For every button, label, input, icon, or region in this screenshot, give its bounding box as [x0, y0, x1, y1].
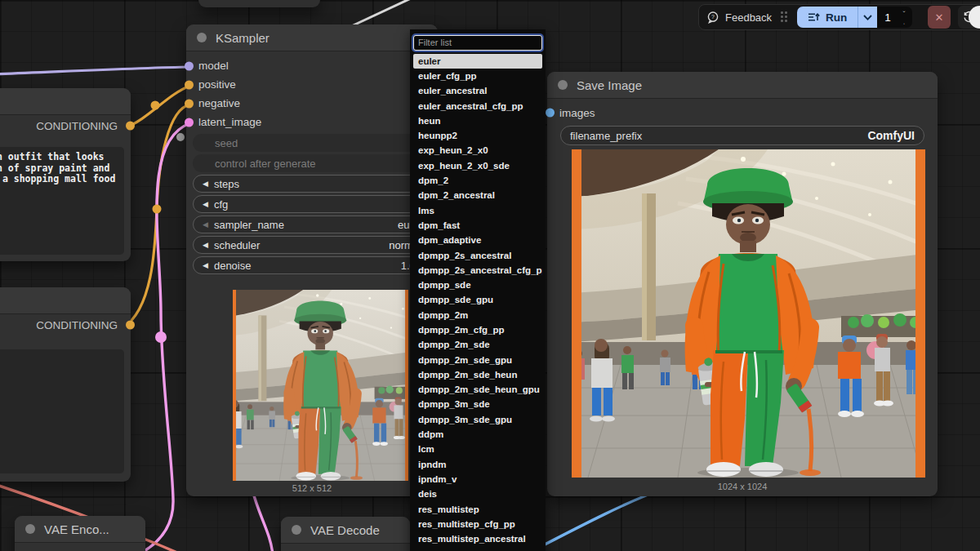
decrement-arrow-icon[interactable]: ◀ [203, 261, 208, 269]
latent-preview-image [233, 290, 408, 481]
prompt-text-widget[interactable]: n outfit that looks n of spray paint and… [0, 147, 124, 255]
scheduler-widget[interactable]: ◀ scheduler normal [193, 236, 431, 254]
vae-decode-node[interactable]: VAE Decode [281, 517, 410, 551]
cfg-widget[interactable]: ◀ cfg [193, 195, 431, 213]
ksampler-node[interactable]: KSampler model positive negative latent_… [186, 24, 438, 496]
dropdown-item[interactable]: dpmpp_2s_ancestral [413, 247, 542, 262]
reroute-dot[interactable] [176, 133, 185, 141]
chevron-down-icon: ˌ [903, 17, 906, 24]
dropdown-item[interactable]: dpm_adaptive [413, 233, 542, 247]
node-header[interactable]: KSampler [186, 24, 438, 51]
dropdown-item[interactable]: ipndm [413, 457, 542, 472]
node-title: KSampler [216, 31, 270, 45]
dropdown-item[interactable]: dpmpp_2m_cfg_pp [413, 322, 542, 337]
input-label: images [559, 107, 595, 119]
run-options-button[interactable] [858, 7, 877, 28]
feedback-chat-icon: ? [706, 11, 719, 24]
clear-queue-button[interactable]: ✕ [928, 6, 951, 29]
dropdown-item[interactable]: dpm_2 [413, 173, 542, 188]
collapse-dot[interactable] [25, 524, 35, 534]
dropdown-item[interactable]: dpmpp_2s_ancestral_cfg_pp [413, 263, 542, 278]
dropdown-item[interactable]: res_multistep_ancestral [413, 531, 542, 546]
reroute-dot[interactable] [151, 101, 160, 110]
reroute-dot[interactable] [155, 331, 167, 343]
decrement-arrow-icon[interactable]: ◀ [203, 200, 208, 208]
preview-size-caption: 512 x 512 [186, 483, 438, 493]
clip-text-encode-node-bottom[interactable]: CONDITIONING [0, 287, 131, 482]
sampler-dropdown[interactable]: eulereuler_cfg_ppeuler_ancestraleuler_an… [410, 29, 546, 551]
dropdown-item[interactable]: heunpp2 [413, 128, 542, 143]
conditioning-output-label: CONDITIONING [36, 319, 118, 331]
offscreen-node-edge[interactable] [198, 0, 320, 7]
input-label: positive [198, 78, 236, 91]
dropdown-item[interactable]: deis [413, 487, 542, 501]
dropdown-item[interactable]: dpm_fast [413, 218, 542, 233]
node-header[interactable]: VAE Enco... [15, 516, 145, 543]
dropdown-item[interactable]: dpmpp_sde_gpu [413, 292, 542, 307]
batch-count-value[interactable]: 1 [877, 11, 898, 24]
steps-widget[interactable]: ◀ steps [193, 175, 431, 193]
dropdown-item[interactable]: dpm_2_ancestral [413, 188, 542, 202]
save-image-node[interactable]: Save Image images filename_prefix ComfyU… [547, 72, 938, 496]
run-queue-icon [808, 11, 820, 23]
dropdown-item[interactable]: ddpm [413, 427, 542, 442]
conditioning-output-socket[interactable] [126, 321, 135, 330]
decrement-arrow-icon[interactable]: ◀ [203, 241, 208, 249]
batch-count-stepper[interactable]: 1 ˇˌ [877, 7, 912, 28]
input-label: latent_image [198, 116, 261, 128]
dropdown-item[interactable]: dpmpp_2m_sde_heun [413, 367, 542, 382]
dropdown-item[interactable]: dpmpp_3m_sde_gpu [413, 412, 542, 427]
control-after-generate-widget[interactable]: control after generate [193, 154, 431, 172]
filename-prefix-widget[interactable]: filename_prefix ComfyUI [560, 126, 924, 145]
decrement-arrow-icon[interactable]: ◀ [203, 180, 208, 188]
images-input-socket[interactable] [546, 109, 555, 118]
dropdown-item[interactable]: dpmpp_3m_sde [413, 397, 542, 411]
node-header[interactable] [0, 88, 131, 115]
clip-text-encode-node-top[interactable]: CONDITIONING n outfit that looks n of sp… [0, 88, 131, 261]
dropdown-item[interactable]: ipndm_v [413, 472, 542, 487]
negative-input-socket[interactable] [185, 99, 194, 108]
dropdown-item[interactable]: dpmpp_2m_sde [413, 337, 542, 352]
dropdown-item[interactable]: euler [413, 54, 542, 69]
dropdown-item[interactable]: dpmpp_2m_sde_heun_gpu [413, 382, 542, 397]
node-header[interactable] [0, 287, 131, 314]
graph-canvas[interactable]: CONDITIONING n outfit that looks n of sp… [0, 0, 980, 551]
collapse-dot[interactable] [197, 33, 207, 42]
conditioning-output-socket[interactable] [126, 122, 135, 131]
collapse-dot[interactable] [292, 525, 301, 535]
model-input-socket[interactable] [185, 61, 194, 70]
vae-encode-node[interactable]: VAE Enco... [15, 516, 145, 551]
dropdown-item[interactable]: lms [413, 202, 542, 217]
stepper-chevrons[interactable]: ˇˌ [898, 11, 910, 24]
dropdown-item[interactable]: res_multistep [413, 501, 542, 516]
node-header[interactable]: VAE Decode [281, 517, 410, 544]
positive-input-socket[interactable] [185, 80, 194, 89]
dropdown-item[interactable]: res_multistep_cfg_pp [413, 517, 542, 531]
denoise-widget[interactable]: ◀ denoise 1.00 [193, 256, 431, 274]
drag-handle[interactable] [781, 11, 788, 23]
sampler-name-widget[interactable]: ◀ sampler_name euler [193, 216, 431, 233]
dropdown-item[interactable]: dpmpp_2m_sde_gpu [413, 352, 542, 367]
dropdown-item[interactable]: euler_cfg_pp [413, 69, 542, 83]
dropdown-item[interactable]: dpmpp_sde [413, 278, 542, 292]
filter-input[interactable] [413, 35, 542, 51]
decrement-arrow-icon[interactable]: ◀ [203, 220, 208, 229]
dropdown-item[interactable]: heun [413, 113, 542, 128]
latent-image-input-socket[interactable] [185, 118, 194, 127]
seed-widget[interactable]: seed [193, 134, 431, 152]
run-control: Run 1 ˇˌ [797, 7, 912, 28]
collapse-dot[interactable] [558, 80, 568, 90]
feedback-button[interactable]: ? Feedback [706, 11, 772, 24]
node-header[interactable]: Save Image [547, 72, 938, 99]
dropdown-item[interactable]: dpmpp_2m [413, 308, 542, 322]
reroute-dot[interactable] [153, 205, 162, 214]
dropdown-item[interactable]: exp_heun_2_x0_sde [413, 158, 542, 173]
input-label: negative [198, 97, 240, 109]
prompt-text-widget[interactable] [0, 349, 124, 473]
sampler-list: eulereuler_cfg_ppeuler_ancestraleuler_an… [413, 54, 542, 547]
dropdown-item[interactable]: euler_ancestral [413, 83, 542, 98]
run-button[interactable]: Run [797, 7, 858, 28]
dropdown-item[interactable]: lcm [413, 442, 542, 456]
dropdown-item[interactable]: euler_ancestral_cfg_pp [413, 98, 542, 113]
dropdown-item[interactable]: exp_heun_2_x0 [413, 143, 542, 158]
